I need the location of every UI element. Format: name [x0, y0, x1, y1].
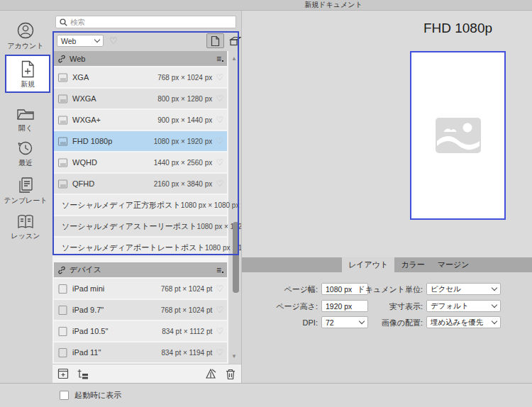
preset-name: WQHD	[72, 158, 97, 167]
preset-name: XGA	[72, 73, 89, 82]
dpi-value: 72	[326, 318, 334, 327]
preset-name: FHD 1080p	[72, 137, 112, 145]
sidebar-item-label: 最近	[0, 158, 51, 168]
actual-size-select[interactable]: デフォルト	[426, 300, 501, 312]
search-icon	[60, 18, 67, 26]
tab-margin[interactable]: マージン	[431, 257, 476, 272]
dialog-footer: 起動時に表示	[0, 383, 532, 407]
sidebar-item-account[interactable]: アカウント	[0, 21, 51, 51]
document-settings-panel: FHD 1080p レイアウト カラー マージン ページ幅: ページ高さ: D	[241, 11, 532, 383]
edit-pen-icon[interactable]	[205, 368, 217, 379]
box-icon	[229, 36, 242, 46]
sidebar-item-label: 新規	[6, 79, 49, 89]
preset-size: 768 pt × 1024 pt	[161, 306, 213, 314]
tablet-icon	[57, 326, 68, 337]
selected-preset-title: FHD 1080p	[410, 21, 506, 36]
link-icon	[57, 266, 66, 274]
category-dropdown[interactable]: Web	[57, 35, 104, 47]
preset-toolbar	[52, 364, 241, 383]
sidebar-item-label: アカウント	[0, 41, 51, 51]
preset-size: 800 px × 1280 px	[157, 95, 212, 103]
preset-name: ソーシャルメディアストーリーポスト	[62, 221, 197, 232]
favorite-icon[interactable]: ♡	[216, 179, 223, 188]
chevron-down-icon	[492, 302, 497, 308]
preset-name: iPad 9.7"	[72, 306, 104, 314]
image-placement-select[interactable]: 埋め込みを優先	[426, 316, 501, 328]
sidebar-item-template[interactable]: テンプレート	[0, 176, 51, 206]
preset-row[interactable]: WQHD 1440 px × 2560 px ♡	[54, 152, 227, 172]
preset-row[interactable]: iPad mini 768 pt × 1024 pt ♡	[54, 279, 227, 299]
chevron-down-icon	[492, 285, 497, 291]
preset-row[interactable]: iPad 9.7" 768 pt × 1024 pt ♡	[54, 300, 227, 320]
doc-unit-value: ピクセル	[431, 284, 461, 294]
section-header-devices: デバイス ≡	[54, 262, 227, 277]
account-icon	[16, 21, 35, 40]
page-preview	[410, 51, 506, 220]
trash-icon[interactable]	[225, 368, 236, 380]
add-category-button[interactable]	[77, 368, 89, 379]
tab-layout[interactable]: レイアウト	[342, 257, 394, 272]
preset-row[interactable]: iPad 11" 834 pt × 1194 pt ♡	[54, 342, 227, 362]
actual-size-value: デフォルト	[431, 301, 469, 311]
preset-row[interactable]: ソーシャルメディア正方形ポスト 1080 px × 1080 px ♡	[54, 195, 227, 215]
scroll-down-icon[interactable]: ▼	[231, 353, 237, 359]
scroll-up-icon[interactable]: ▲	[231, 55, 237, 62]
sidebar-item-lessons[interactable]: レッスン	[0, 213, 51, 241]
favorite-icon[interactable]: ♡	[216, 73, 223, 82]
page-height-label: ページ高さ:	[247, 301, 318, 313]
favorite-icon[interactable]: ♡	[216, 348, 223, 357]
preset-size: 900 px × 1440 px	[157, 116, 212, 124]
link-icon	[57, 55, 66, 63]
doc-unit-label: ドキュメント単位:	[339, 284, 423, 296]
recent-clock-icon	[16, 139, 35, 157]
tab-color[interactable]: カラー	[394, 257, 431, 272]
preset-row[interactable]: WXGA 800 px × 1280 px ♡	[54, 89, 227, 108]
preset-row[interactable]: iPad 10.5" 834 pt × 1112 pt ♡	[54, 321, 227, 341]
chevron-down-icon	[94, 37, 100, 43]
scrollbar-thumb[interactable]	[233, 222, 239, 293]
page-icon	[211, 35, 220, 47]
display-icon	[57, 94, 68, 104]
favorite-icon[interactable]: ♡	[216, 116, 223, 124]
preset-row[interactable]: XGA 768 px × 1024 px ♡	[54, 67, 227, 87]
preset-row[interactable]: QFHD 2160 px × 3840 px ♡	[54, 174, 227, 194]
favorites-filter-icon[interactable]: ♡	[109, 35, 118, 46]
preset-name: iPad mini	[72, 284, 104, 293]
preset-panel: Web ♡ Web ≡ XGA	[51, 11, 241, 383]
favorite-icon[interactable]: ♡	[216, 306, 223, 314]
layout-form: ページ幅: ページ高さ: DPI: 72 ドキュメント単位: ピクセル 実寸表示…	[242, 272, 532, 383]
image-placement-label: 画像の配置:	[339, 317, 423, 329]
show-on-startup-label: 起動時に表示	[74, 390, 121, 401]
preset-view-button[interactable]	[206, 33, 224, 48]
favorite-icon[interactable]: ♡	[216, 137, 223, 145]
doc-unit-select[interactable]: ピクセル	[426, 283, 501, 295]
sidebar-item-new[interactable]: 新規	[5, 55, 50, 93]
favorite-icon[interactable]: ♡	[216, 327, 223, 335]
sidebar-item-label: 開く	[0, 123, 51, 133]
preset-row[interactable]: ソーシャルメディアストーリーポスト 1080 px × 1920 px ♡	[54, 216, 227, 236]
tablet-icon	[57, 305, 68, 316]
section-menu-button[interactable]: ≡	[216, 267, 223, 274]
preset-row[interactable]: ソーシャルメディアポートレートポスト 1080 px × 1350 px ♡	[54, 238, 227, 257]
preset-row-selected[interactable]: FHD 1080p 1080 px × 1920 px ♡	[54, 131, 227, 151]
preset-size: 1080 px × 1920 px	[154, 138, 213, 145]
preset-size: 834 pt × 1194 pt	[161, 349, 212, 357]
sidebar-item-recent[interactable]: 最近	[0, 139, 51, 168]
preset-row[interactable]: WXGA+ 900 px × 1440 px ♡	[54, 110, 227, 130]
section-menu-button[interactable]: ≡	[216, 55, 223, 62]
favorite-icon[interactable]: ♡	[216, 158, 223, 167]
settings-tabbar: レイアウト カラー マージン	[242, 257, 532, 272]
dpi-label: DPI:	[247, 317, 318, 329]
sidebar-item-label: レッスン	[0, 231, 51, 241]
sidebar-item-open[interactable]: 開く	[0, 106, 51, 133]
preset-name: WXGA+	[72, 116, 101, 124]
search-input[interactable]	[70, 18, 232, 26]
display-icon	[57, 115, 68, 126]
preset-size: 1440 px × 2560 px	[154, 159, 213, 167]
new-document-dialog: 新規ドキュメント アカウント 新規 開く 最近	[0, 0, 532, 407]
display-icon	[57, 157, 68, 168]
favorite-icon[interactable]: ♡	[216, 284, 223, 293]
show-on-startup-checkbox[interactable]	[60, 391, 69, 400]
add-preset-button[interactable]	[57, 368, 69, 379]
favorite-icon[interactable]: ♡	[216, 94, 223, 103]
